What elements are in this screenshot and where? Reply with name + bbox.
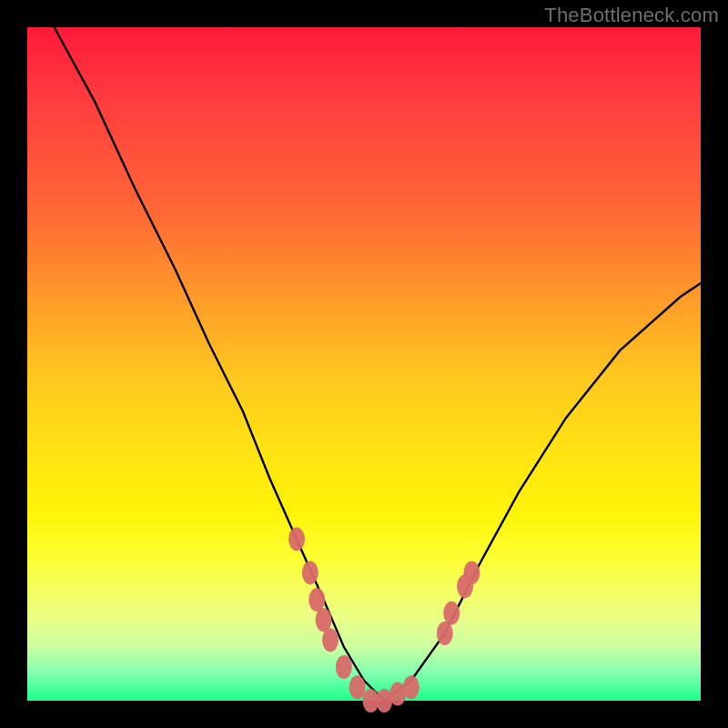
curve-layer — [55, 27, 701, 701]
marker-dot — [403, 675, 420, 699]
marker-dot — [302, 561, 318, 584]
chart-stage: TheBottleneck.com — [0, 0, 728, 728]
marker-dot — [288, 527, 305, 551]
watermark-text: TheBottleneck.com — [544, 4, 719, 27]
highlight-markers — [288, 527, 480, 713]
chart-svg — [27, 27, 701, 701]
marker-dot — [463, 561, 480, 584]
marker-dot — [336, 655, 352, 679]
marker-dot — [308, 588, 325, 612]
marker-dot — [349, 675, 366, 699]
plot-area — [27, 27, 701, 701]
bottleneck-curve — [55, 27, 701, 701]
marker-dot — [316, 608, 332, 632]
marker-dot — [322, 628, 339, 652]
marker-dot — [437, 622, 453, 645]
marker-dot — [443, 602, 460, 625]
